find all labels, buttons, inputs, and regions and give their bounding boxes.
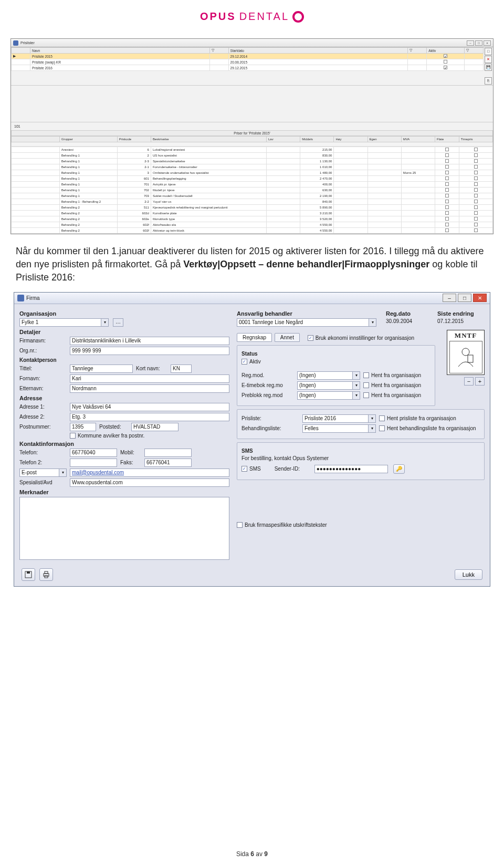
- chevron-down-icon[interactable]: ▾: [369, 414, 376, 423]
- firmanavn-input[interactable]: Distriktstannklinikken i Lillevik: [70, 337, 229, 345]
- tab-regnskap[interactable]: Regnskap: [237, 333, 272, 342]
- hent-prisliste-checkbox[interactable]: Hent prisliste fra organisasjon: [379, 415, 456, 421]
- hent-org-checkbox-1[interactable]: Hent fra organisasjon: [363, 372, 421, 378]
- print-button[interactable]: [39, 568, 53, 581]
- plus-button[interactable]: +: [475, 377, 485, 386]
- regmod-select[interactable]: (Ingen): [297, 371, 353, 380]
- epost-input[interactable]: mail@opusdental.com: [70, 469, 229, 477]
- faks-input[interactable]: 66776041: [144, 459, 192, 467]
- aktiv-checkbox[interactable]: ✓Aktiv: [242, 359, 261, 365]
- col-startdato[interactable]: Startdato: [228, 48, 408, 54]
- table-row[interactable]: Prisliste (swap) KR20.08.2015: [12, 59, 484, 65]
- save-button[interactable]: [22, 568, 35, 581]
- postnr-input[interactable]: 1395: [70, 423, 96, 431]
- checkbox-icon[interactable]: [444, 60, 447, 64]
- epost-type-select[interactable]: E-post: [19, 469, 59, 477]
- kommune-checkbox[interactable]: Kommune avviker fra postnr.: [70, 433, 144, 439]
- table-row[interactable]: Behandling 1 3 Omfattende undersøkelse h…: [12, 170, 493, 176]
- kontaktinfo-heading: Kontaktinformasjon: [19, 441, 229, 447]
- key-button[interactable]: 🔑: [393, 464, 405, 474]
- table-row[interactable]: Behandling 1 2-1 Forundersøkelse - bitta…: [12, 164, 493, 170]
- pricelist-table[interactable]: Navn ▽ Startdato ▽ Aktiv ▽ ▶Prisliste 20…: [11, 47, 484, 71]
- adresse2-input[interactable]: Etg. 3: [70, 413, 229, 421]
- table-row[interactable]: Behandling 1 701 Avtrykk pr. kjeve 400,0…: [12, 182, 493, 188]
- bruk-firma-checkbox[interactable]: Bruk firmaspesifikke utskriftstekster: [237, 522, 327, 528]
- sms-checkbox[interactable]: ✓SMS: [242, 466, 261, 472]
- chevron-down-icon[interactable]: ▾: [353, 391, 360, 400]
- chevron-down-icon[interactable]: ▾: [101, 318, 109, 327]
- ansvarlig-heading: Ansvarlig behandler: [237, 310, 376, 317]
- table-row[interactable]: ▶Prisliste 201529.12.2014✓: [12, 54, 484, 59]
- table-row[interactable]: Behandling 1 2-3 Spesialistundersøkelse …: [12, 159, 493, 164]
- checkbox-icon[interactable]: ✓: [444, 66, 447, 69]
- table-row[interactable]: Behandling 2 602f Aktiv/headex ela 4 550…: [12, 222, 493, 228]
- telefon-input[interactable]: 66776040: [70, 449, 117, 457]
- table-header-row: Grupper Priskode Beskrivelse Lav Middels…: [12, 137, 493, 142]
- delete-button[interactable]: ✕: [485, 56, 492, 63]
- mobil-input[interactable]: [144, 449, 192, 457]
- table-row[interactable]: Behandling 1 702 Modell pr. kjeve 630,00: [12, 188, 493, 193]
- price-header: Priser for 'Prisliste 2015': [11, 130, 493, 136]
- poststed-input[interactable]: HVALSTAD: [131, 423, 178, 431]
- org-select[interactable]: Fylke 1: [19, 318, 101, 327]
- table-row[interactable]: Behandling 2 602d Konsiliserte plate 3 2…: [12, 211, 493, 216]
- copy-button[interactable]: ⎘: [485, 77, 492, 85]
- table-row[interactable]: Prisliste 201629.12.2015✓: [12, 65, 484, 71]
- etternavn-input[interactable]: Nordmann: [70, 384, 229, 393]
- chevron-down-icon[interactable]: ▾: [59, 469, 67, 477]
- table-row[interactable]: Behandling 2 602e Monoblock type 3 520,0…: [12, 216, 493, 222]
- prisliste-select[interactable]: Prisliste 2016: [302, 414, 369, 423]
- merknader-textarea[interactable]: [19, 497, 229, 560]
- kortnavn-input[interactable]: KN: [171, 365, 192, 373]
- close-button[interactable]: ✕: [473, 294, 487, 302]
- telefon2-input[interactable]: [70, 459, 117, 467]
- chevron-down-icon[interactable]: ▾: [353, 381, 360, 390]
- new-button[interactable]: □: [485, 48, 492, 55]
- section-id: 101: [11, 122, 493, 130]
- table-row[interactable]: Behandling 1 601 Behandlingsplanlegging …: [12, 176, 493, 182]
- adresse1-input[interactable]: Nye Vakåsvei 64: [70, 403, 229, 411]
- col-navn[interactable]: Navn: [30, 48, 209, 54]
- window-title: Firma: [26, 295, 441, 301]
- bruk-okonomi-checkbox[interactable]: ✓Bruk økonomi innstillinger for organisa…: [308, 335, 414, 341]
- table-row[interactable]: Behandling 1 2 US hos spesialist 830,00: [12, 153, 493, 159]
- tab-annet[interactable]: Annet: [275, 333, 300, 342]
- etime-select[interactable]: (Ingen): [297, 381, 353, 390]
- table-row[interactable]: Anestesi 6 Lokal/regional anestesi 215,0…: [12, 147, 493, 153]
- checkbox-icon[interactable]: ✓: [444, 54, 447, 58]
- tittel-input[interactable]: Tannlege: [70, 365, 133, 373]
- table-row[interactable]: Behandling 1 - Behandling 2 2-2 Yoyoi! s…: [12, 199, 493, 205]
- maximize-button[interactable]: □: [475, 40, 482, 46]
- minimize-button[interactable]: –: [467, 40, 474, 46]
- app-icon: [13, 40, 18, 46]
- firma-window: Firma – □ ✕ Organisasjon Fylke 1 ▾ … Det…: [14, 292, 490, 587]
- table-row[interactable]: Behandling 1 703 Soklet modell / Studiem…: [12, 193, 493, 199]
- spesialist-input[interactable]: Www.opusdental.com: [70, 478, 229, 487]
- hent-org-checkbox-2[interactable]: Hent fra organisasjon: [363, 382, 421, 388]
- chevron-down-icon[interactable]: ▾: [369, 424, 376, 433]
- chevron-down-icon[interactable]: ▾: [369, 318, 376, 327]
- ansvarlig-select[interactable]: 0001 Tannlege Lise Negård: [237, 318, 369, 327]
- col-aktiv[interactable]: Aktiv: [427, 48, 465, 54]
- chevron-down-icon[interactable]: ▾: [353, 371, 360, 380]
- hent-org-checkbox-3[interactable]: Hent fra organisasjon: [363, 392, 421, 398]
- preblokk-select[interactable]: (Ingen): [297, 391, 353, 400]
- hent-behliste-checkbox[interactable]: Hent behandlingsliste fra organisasjon: [379, 425, 476, 431]
- svg-rect-1: [468, 355, 473, 362]
- adresse-heading: Adresse: [19, 395, 229, 401]
- lukk-button[interactable]: Lukk: [455, 569, 482, 580]
- orgnr-input[interactable]: 999 999 999: [70, 347, 229, 355]
- prices-table[interactable]: Grupper Priskode Beskrivelse Lav Middels…: [11, 136, 493, 147]
- fornavn-input[interactable]: Kari: [70, 374, 229, 383]
- maximize-button[interactable]: □: [458, 294, 471, 302]
- detaljer-heading: Detaljer: [19, 329, 229, 335]
- minus-button[interactable]: −: [464, 377, 474, 386]
- table-row[interactable]: Behandling 2 602f Aktivator og twin-bloc…: [12, 228, 493, 234]
- save-button[interactable]: 💾: [485, 64, 492, 71]
- minimize-button[interactable]: –: [443, 294, 456, 302]
- close-button[interactable]: ×: [484, 40, 491, 46]
- sender-id-input[interactable]: ●●●●●●●●●●●●●●: [314, 465, 388, 473]
- table-row[interactable]: Behandling 2 511 Kjeveortopedisk rehabil…: [12, 205, 493, 211]
- browse-button[interactable]: …: [113, 318, 123, 327]
- behandlingsliste-select[interactable]: Felles: [302, 424, 369, 433]
